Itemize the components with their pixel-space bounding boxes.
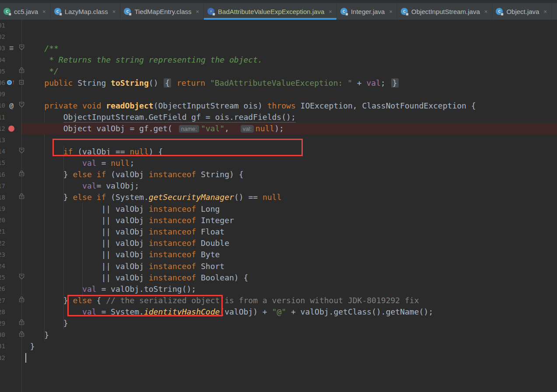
code-segment [25, 181, 82, 190]
code-segment: () == [234, 192, 263, 202]
fold-end-marker-icon[interactable] [19, 193, 25, 201]
fold-start-marker-icon[interactable] [19, 44, 25, 52]
tab-close-icon[interactable]: × [112, 9, 116, 14]
code-segment: val [82, 181, 97, 190]
line-number: 117 [0, 182, 5, 189]
exception-class-icon: ⚡ [207, 8, 215, 15]
text-caret [25, 353, 26, 363]
structure-icon[interactable]: ≡ [9, 44, 14, 52]
code-segment: if [63, 147, 73, 156]
fold-cell [18, 147, 25, 156]
fold-collapsed-marker-icon[interactable] [19, 79, 24, 87]
line-number: 105 [0, 68, 5, 75]
line-number: 102 [0, 33, 5, 40]
code-text: private void readObject(ObjectInputStrea… [25, 101, 476, 110]
line-number: 116 [0, 171, 5, 178]
parameter-hint-chip: val: [241, 125, 254, 133]
code-segment: Double [196, 238, 229, 248]
code-segment: ObjectInputStream.GetField gf = ois.read… [63, 112, 296, 122]
tab-close-icon[interactable]: × [42, 9, 46, 14]
code-line: 126 val = valObj.toString(); [0, 283, 557, 294]
code-segment: instanceof [149, 170, 196, 179]
readonly-lock-badge [8, 13, 11, 16]
line-number: 109 [0, 91, 5, 98]
class-file-icon: c [124, 8, 131, 15]
tab-lazymap.class[interactable]: cLazyMap.class× [51, 3, 121, 20]
folded-region[interactable]: { [164, 78, 171, 88]
class-file-icon: c [54, 8, 62, 15]
at-annotation-icon[interactable]: @ [9, 102, 14, 110]
code-segment: (valObj == [73, 147, 130, 156]
line-number: 126 [0, 285, 5, 292]
fold-end-marker-icon[interactable] [19, 67, 25, 75]
tab-object.java[interactable]: cObject.java× [492, 3, 552, 20]
code-segment: Integer [196, 216, 234, 225]
code-segment: || valObj [25, 227, 149, 236]
fold-end-marker-icon[interactable] [19, 170, 25, 178]
code-segment: // the serialized object is from a versi… [106, 296, 419, 305]
code-segment [385, 78, 390, 88]
gutter-icon-cell [5, 126, 18, 132]
code-segment: identityHashCode [144, 307, 220, 316]
code-segment: instanceof [149, 227, 196, 236]
fold-end-marker-icon[interactable] [19, 296, 25, 304]
gutter-icon-cell: ↑ [5, 79, 18, 86]
code-segment: instanceof [149, 204, 196, 214]
code-segment: * Returns the string representing the ob… [25, 55, 263, 64]
code-segment: readObject [106, 101, 153, 110]
code-segment: + valObj.getClass().getName(); [286, 307, 433, 316]
tab-integer.java[interactable]: cInteger.java× [337, 3, 397, 20]
code-editor[interactable]: 101102103≡ /**104 * Returns the string r… [0, 20, 557, 392]
code-segment: (valObj) + [220, 307, 272, 316]
code-segment: val [82, 284, 97, 294]
code-segment [101, 101, 106, 110]
code-text: } else if (System.getSecurityManager() =… [25, 192, 281, 202]
code-text: || valObj instanceof Long [25, 204, 220, 214]
tab-close-icon[interactable]: × [484, 9, 488, 14]
code-line: 121 || valObj instanceof Float [0, 226, 557, 237]
line-number: 106 [0, 79, 5, 86]
code-segment: null [263, 192, 281, 202]
code-text: Object valObj = gf.get( name:"val", val:… [25, 124, 284, 133]
code-segment: } [25, 296, 73, 305]
tab-close-icon[interactable]: × [389, 9, 392, 14]
tab-close-icon[interactable]: × [196, 9, 199, 14]
fold-start-marker-icon[interactable] [19, 102, 25, 110]
code-segment: Float [196, 227, 224, 236]
code-segment: String [73, 78, 111, 88]
code-text: || valObj instanceof Byte [25, 250, 220, 259]
code-segment: instanceof [149, 273, 196, 282]
code-segment [92, 192, 97, 202]
tab-cc5.java[interactable]: ccc5.java× [0, 3, 51, 20]
tab-label: TiedMapEntry.class [134, 8, 191, 15]
code-text: || valObj instanceof Double [25, 238, 229, 248]
line-number: 123 [0, 251, 5, 258]
fold-end-marker-icon[interactable] [19, 331, 25, 339]
code-segment: String) { [196, 170, 243, 179]
tab-tiedmapentry.class[interactable]: cTiedMapEntry.class× [120, 3, 204, 20]
fold-start-marker-icon[interactable] [19, 147, 25, 156]
tab-badattributevalueexpexception.java[interactable]: ⚡BadAttributeValueExpException.java× [204, 3, 337, 20]
fold-end-marker-icon[interactable] [19, 319, 25, 327]
folded-region[interactable]: } [391, 78, 399, 88]
tab-objectinputstream.java[interactable]: cObjectInputStream.java× [397, 3, 492, 20]
tab-close-icon[interactable]: × [543, 9, 547, 14]
code-line: 114 if (valObj == null) { [0, 146, 557, 157]
code-segment [25, 112, 63, 122]
code-text: } else { // the serialized object is fro… [25, 296, 419, 305]
code-segment [205, 78, 210, 88]
breakpoint-icon[interactable] [8, 126, 14, 132]
override-method-icon[interactable]: ↑ [7, 79, 16, 86]
code-segment: Long [196, 204, 220, 214]
fold-start-marker-icon[interactable] [19, 273, 25, 282]
code-line: 109 [0, 88, 557, 100]
tab-close-icon[interactable]: × [329, 9, 332, 14]
code-segment: instanceof [149, 216, 196, 225]
code-segment: val [82, 307, 97, 316]
code-segment [77, 101, 82, 110]
code-segment: getSecurityManager [149, 192, 234, 202]
code-line: 120 || valObj instanceof Integer [0, 214, 557, 226]
code-text: } [25, 330, 49, 340]
code-segment: ); [274, 124, 284, 133]
code-segment: else [73, 296, 91, 305]
